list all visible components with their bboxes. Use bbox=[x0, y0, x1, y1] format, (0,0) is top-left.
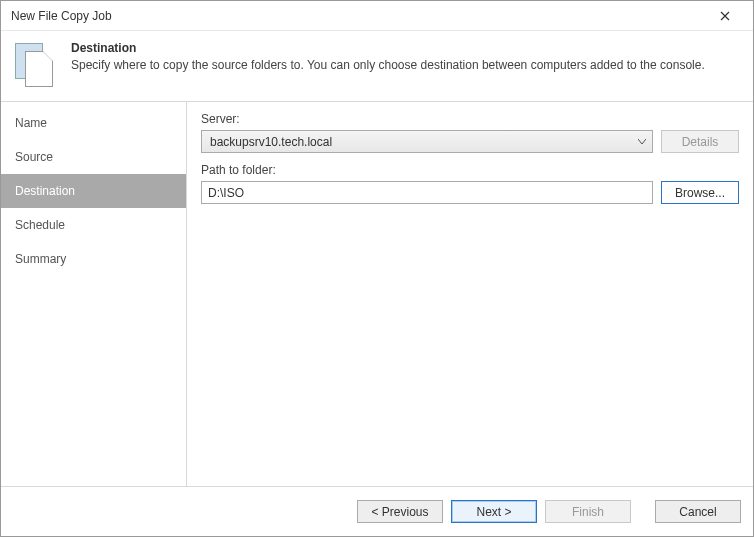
cancel-button[interactable]: Cancel bbox=[655, 500, 741, 523]
previous-button[interactable]: < Previous bbox=[357, 500, 443, 523]
chevron-down-icon bbox=[632, 131, 652, 152]
path-label: Path to folder: bbox=[201, 163, 739, 177]
step-name[interactable]: Name bbox=[1, 106, 186, 140]
server-dropdown-value: backupsrv10.tech.local bbox=[210, 135, 332, 149]
path-row: Path to folder: Browse... bbox=[201, 163, 739, 204]
step-source[interactable]: Source bbox=[1, 140, 186, 174]
step-schedule[interactable]: Schedule bbox=[1, 208, 186, 242]
next-button[interactable]: Next > bbox=[451, 500, 537, 523]
header-text: Destination Specify where to copy the so… bbox=[71, 41, 705, 72]
header-description: Specify where to copy the source folders… bbox=[71, 58, 705, 72]
wizard-header: Destination Specify where to copy the so… bbox=[1, 31, 753, 101]
close-button[interactable] bbox=[705, 2, 745, 30]
step-summary[interactable]: Summary bbox=[1, 242, 186, 276]
step-destination[interactable]: Destination bbox=[1, 174, 186, 208]
header-title: Destination bbox=[71, 41, 705, 55]
dialog-window: New File Copy Job Destination Specify wh… bbox=[0, 0, 754, 537]
browse-button[interactable]: Browse... bbox=[661, 181, 739, 204]
server-dropdown[interactable]: backupsrv10.tech.local bbox=[201, 130, 653, 153]
wizard-steps: Name Source Destination Schedule Summary bbox=[1, 102, 187, 486]
titlebar: New File Copy Job bbox=[1, 1, 753, 31]
wizard-body: Name Source Destination Schedule Summary… bbox=[1, 101, 753, 486]
close-icon bbox=[720, 11, 730, 21]
file-copy-icon bbox=[13, 43, 57, 87]
window-title: New File Copy Job bbox=[11, 9, 705, 23]
wizard-content: Server: backupsrv10.tech.local Details P… bbox=[187, 102, 753, 486]
server-label: Server: bbox=[201, 112, 739, 126]
finish-button: Finish bbox=[545, 500, 631, 523]
server-row: Server: backupsrv10.tech.local Details bbox=[201, 112, 739, 153]
wizard-footer: < Previous Next > Finish Cancel bbox=[1, 486, 753, 536]
details-button: Details bbox=[661, 130, 739, 153]
path-input[interactable] bbox=[201, 181, 653, 204]
